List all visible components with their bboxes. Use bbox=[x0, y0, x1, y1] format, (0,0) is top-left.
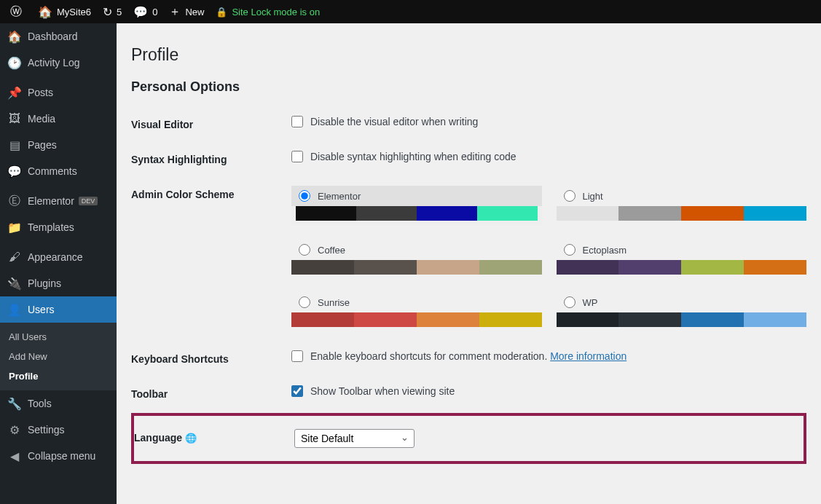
sidebar-item-posts[interactable]: 📌Posts bbox=[0, 79, 117, 106]
color-swatch bbox=[477, 206, 538, 221]
sidebar-item-dashboard[interactable]: 🏠Dashboard bbox=[0, 23, 117, 50]
sidebar-item-users[interactable]: 👤Users bbox=[0, 296, 117, 323]
color-swatch bbox=[356, 206, 417, 221]
wrench-icon: 🔧 bbox=[7, 396, 22, 411]
row-visual-editor: Visual Editor Disable the visual editor … bbox=[131, 106, 806, 141]
sidebar-item-elementor[interactable]: ⒺElementorDEV bbox=[0, 188, 117, 214]
sidebar-item-label: Appearance bbox=[28, 251, 83, 263]
user-icon: 👤 bbox=[7, 302, 22, 317]
visual-editor-checkbox[interactable] bbox=[291, 116, 303, 127]
color-scheme-label: Admin Color Scheme bbox=[131, 186, 291, 200]
row-syntax-highlighting: Syntax Highlighting Disable syntax highl… bbox=[131, 141, 806, 176]
sidebar-item-comments[interactable]: 💬Comments bbox=[0, 158, 117, 184]
sidebar-item-label: Dashboard bbox=[28, 31, 78, 42]
sidebar-item-label: Tools bbox=[28, 398, 52, 409]
syntax-checkbox[interactable] bbox=[291, 151, 303, 162]
site-name-link[interactable]: 🏠MySite6 bbox=[32, 0, 97, 23]
sidebar-item-plugins[interactable]: 🔌Plugins bbox=[0, 270, 117, 296]
updates-link[interactable]: ↻5 bbox=[97, 0, 127, 23]
color-scheme-radio[interactable] bbox=[564, 296, 576, 308]
language-label: Language🌐 bbox=[134, 429, 294, 444]
elementor-icon: Ⓔ bbox=[7, 194, 22, 208]
color-scheme-radio[interactable] bbox=[299, 244, 310, 256]
sidebar-subitem-add-new[interactable]: Add New bbox=[0, 347, 117, 366]
pin-icon: 📌 bbox=[7, 85, 22, 100]
color-scheme-option[interactable]: Coffee bbox=[291, 240, 542, 277]
new-label: New bbox=[185, 7, 204, 17]
sidebar-item-label: Comments bbox=[28, 165, 77, 177]
sidebar-collapse[interactable]: ◀Collapse menu bbox=[0, 443, 117, 469]
gauge-icon: 🏠 bbox=[7, 29, 22, 44]
row-language: Language🌐 Site Default bbox=[134, 423, 804, 454]
color-swatch bbox=[681, 206, 744, 221]
row-keyboard-shortcuts: Keyboard Shortcuts Enable keyboard short… bbox=[131, 340, 806, 375]
page-title: Profile bbox=[131, 45, 806, 65]
color-scheme-name: Elementor bbox=[318, 191, 361, 202]
comments-link[interactable]: 💬0 bbox=[127, 0, 163, 23]
color-swatches bbox=[557, 206, 807, 221]
language-select[interactable]: Site Default bbox=[294, 429, 415, 448]
sidebar-submenu-users: All Users Add New Profile bbox=[0, 323, 117, 390]
sidebar-item-activity-log[interactable]: 🕑Activity Log bbox=[0, 50, 117, 76]
main-content: Profile Personal Options Visual Editor D… bbox=[117, 23, 821, 504]
color-swatch bbox=[618, 312, 681, 327]
sidebar-item-label: Pages bbox=[28, 139, 57, 151]
refresh-icon: ↻ bbox=[103, 5, 112, 19]
sidebar-item-label: Users bbox=[28, 304, 55, 315]
admin-sidebar: 🏠Dashboard 🕑Activity Log 📌Posts 🖼Media ▤… bbox=[0, 23, 117, 504]
new-link[interactable]: ＋New bbox=[163, 0, 210, 23]
color-scheme-option[interactable]: WP bbox=[557, 292, 807, 330]
color-scheme-option[interactable]: Elementor bbox=[291, 186, 542, 225]
sidebar-item-templates[interactable]: 📁Templates bbox=[0, 214, 117, 240]
color-scheme-radio[interactable] bbox=[564, 190, 576, 202]
color-swatch bbox=[417, 260, 479, 275]
toolbar-checkbox-label: Show Toolbar when viewing site bbox=[310, 385, 455, 397]
sidebar-item-tools[interactable]: 🔧Tools bbox=[0, 390, 117, 417]
site-lock-label: Site Lock mode is on bbox=[232, 7, 320, 17]
row-toolbar: Toolbar Show Toolbar when viewing site bbox=[131, 375, 806, 410]
color-swatch bbox=[354, 312, 417, 327]
color-scheme-option[interactable]: Ectoplasm bbox=[557, 240, 807, 277]
color-swatches bbox=[291, 260, 542, 275]
wordpress-icon: ⓦ bbox=[10, 4, 22, 20]
sidebar-item-appearance[interactable]: 🖌Appearance bbox=[0, 244, 117, 270]
toolbar-checkbox[interactable] bbox=[291, 385, 303, 397]
visual-editor-label: Visual Editor bbox=[131, 116, 291, 130]
row-color-scheme: Admin Color Scheme ElementorLightCoffeeE… bbox=[131, 176, 806, 340]
section-personal-options: Personal Options bbox=[131, 79, 806, 95]
color-swatches bbox=[296, 206, 538, 221]
sidebar-item-settings[interactable]: ⚙Settings bbox=[0, 417, 117, 443]
site-lock-link[interactable]: 🔒Site Lock mode is on bbox=[210, 0, 326, 23]
sidebar-item-label: Elementor bbox=[28, 195, 74, 207]
color-swatch bbox=[291, 312, 354, 327]
folder-icon: 📁 bbox=[7, 220, 22, 235]
color-swatch bbox=[618, 206, 681, 221]
color-swatch bbox=[291, 260, 354, 275]
dev-badge: DEV bbox=[79, 197, 98, 205]
color-scheme-radio[interactable] bbox=[299, 296, 310, 308]
sidebar-item-label: Media bbox=[28, 113, 55, 125]
color-scheme-radio[interactable] bbox=[564, 244, 576, 256]
keyboard-checkbox[interactable] bbox=[291, 350, 303, 362]
site-name: MySite6 bbox=[57, 7, 91, 17]
sidebar-item-label: Activity Log bbox=[28, 57, 80, 68]
wp-logo[interactable]: ⓦ bbox=[4, 0, 32, 23]
color-swatch bbox=[557, 312, 619, 327]
color-scheme-option[interactable]: Light bbox=[557, 186, 807, 225]
visual-editor-checkbox-label: Disable the visual editor when writing bbox=[310, 116, 478, 127]
sidebar-subitem-profile[interactable]: Profile bbox=[0, 366, 117, 386]
more-information-link[interactable]: More information bbox=[550, 350, 626, 362]
clock-icon: 🕑 bbox=[7, 55, 22, 70]
sidebar-subitem-all-users[interactable]: All Users bbox=[0, 327, 117, 347]
keyboard-label: Keyboard Shortcuts bbox=[131, 350, 291, 365]
color-scheme-radio[interactable] bbox=[299, 190, 310, 202]
color-schemes-grid: ElementorLightCoffeeEctoplasmSunriseWP bbox=[291, 186, 806, 330]
plug-icon: 🔌 bbox=[7, 276, 22, 291]
sidebar-item-media[interactable]: 🖼Media bbox=[0, 106, 117, 132]
page-icon: ▤ bbox=[7, 138, 22, 152]
sidebar-item-pages[interactable]: ▤Pages bbox=[0, 132, 117, 158]
color-scheme-name: Ectoplasm bbox=[583, 245, 627, 256]
color-scheme-option[interactable]: Sunrise bbox=[291, 292, 542, 330]
comments-count: 0 bbox=[152, 7, 157, 17]
home-icon: 🏠 bbox=[38, 5, 52, 19]
